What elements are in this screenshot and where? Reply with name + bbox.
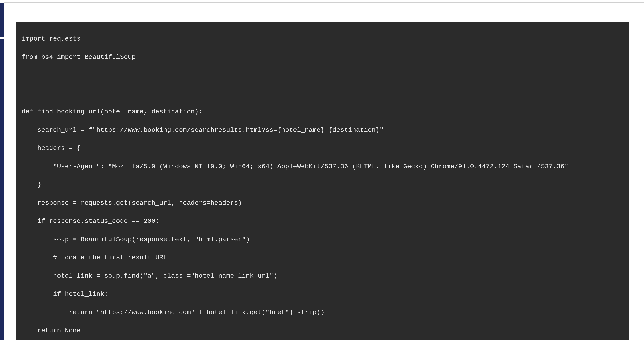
- left-accent-block-2: [0, 39, 4, 340]
- left-accent-block-1: [0, 3, 4, 38]
- code-block[interactable]: import requests from bs4 import Beautifu…: [16, 22, 629, 340]
- content-area: import requests from bs4 import Beautifu…: [4, 3, 644, 340]
- left-border: [0, 0, 4, 340]
